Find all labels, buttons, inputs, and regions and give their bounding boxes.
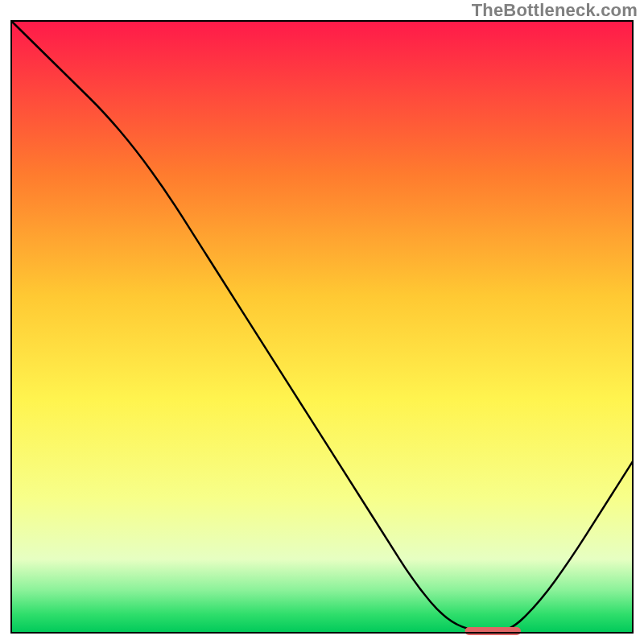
chart-container: TheBottleneck.com [0,0,644,644]
bottleneck-chart [0,0,644,644]
optimal-range-marker [465,627,521,635]
